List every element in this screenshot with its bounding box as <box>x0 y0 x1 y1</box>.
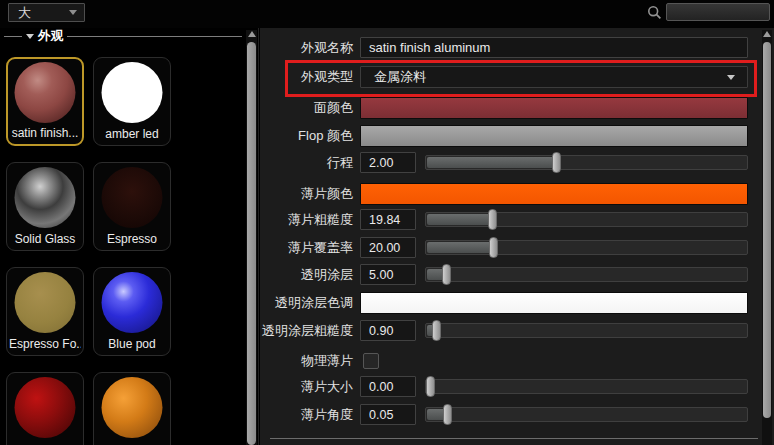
slider-track[interactable] <box>425 155 748 170</box>
property-row: 薄片角度 <box>260 404 760 425</box>
chevron-down-icon <box>69 10 77 15</box>
orange-metallic-sphere-icon <box>102 377 163 438</box>
value-input[interactable] <box>360 264 416 285</box>
material-tile-label: Solid Glass <box>9 232 81 246</box>
material-tile-label: Espresso Fo... <box>9 337 81 351</box>
slider-track[interactable] <box>425 240 748 255</box>
property-row: 薄片大小 <box>260 376 760 397</box>
slider-handle[interactable] <box>442 264 451 285</box>
appearance-name-label: 外观名称 <box>260 39 360 57</box>
material-tile-label: Blue pod <box>96 337 168 351</box>
satin-red-sphere-icon <box>15 62 76 123</box>
slider-track[interactable] <box>425 407 748 422</box>
property-label: 薄片颜色 <box>260 185 360 203</box>
property-row: 透明涂层粗糙度 <box>260 320 760 341</box>
value-input[interactable] <box>360 152 416 173</box>
blue-metallic-sphere-icon <box>102 272 163 333</box>
property-label: 行程 <box>260 154 360 172</box>
scroll-up-icon[interactable] <box>248 31 256 37</box>
appearance-type-value: 金属涂料 <box>374 68 727 86</box>
slider-track[interactable] <box>425 267 748 282</box>
slider-fill <box>427 157 560 168</box>
section-divider <box>270 438 758 439</box>
property-row: 薄片颜色 <box>260 183 760 204</box>
property-row: 面颜色 <box>260 97 760 118</box>
slider-handle[interactable] <box>432 320 441 341</box>
slider-handle[interactable] <box>552 152 561 173</box>
material-properties-panel: 外观名称 外观类型 金属涂料 面颜色Flop 颜色行程薄片颜色薄片粗糙度薄片覆盖… <box>260 28 774 445</box>
material-tile-label: amber led <box>96 127 168 141</box>
property-row: 薄片粗糙度 <box>260 209 760 230</box>
search-icon <box>647 5 662 20</box>
material-tile[interactable]: amber led <box>93 57 171 146</box>
material-thumbnail-grid: satin finish...amber ledSolid GlassEspre… <box>6 57 242 445</box>
material-library-panel: 外观 satin finish...amber ledSolid GlassEs… <box>0 28 259 445</box>
slider-track[interactable] <box>425 212 748 227</box>
appearance-name-row: 外观名称 <box>260 37 760 58</box>
slider-handle[interactable] <box>489 237 498 258</box>
material-tile[interactable]: Solid Glass <box>6 162 84 251</box>
slider-handle[interactable] <box>443 404 452 425</box>
material-tile[interactable]: Espresso <box>93 162 171 251</box>
slider-handle[interactable] <box>426 376 435 397</box>
property-label: 薄片大小 <box>260 378 360 396</box>
property-row: 薄片覆盖率 <box>260 237 760 258</box>
color-swatch[interactable] <box>360 125 748 147</box>
chevron-down-icon <box>727 75 735 80</box>
appearance-type-row: 外观类型 金属涂料 <box>260 66 760 88</box>
material-tile[interactable]: Espresso Fo... <box>6 267 84 356</box>
appearance-type-dropdown[interactable]: 金属涂料 <box>360 66 748 88</box>
color-swatch[interactable] <box>360 97 748 119</box>
color-swatch[interactable] <box>360 292 748 314</box>
scroll-up-icon[interactable] <box>763 31 771 37</box>
material-editor-window: { "toolbar": { "size_selector": { "value… <box>0 0 774 445</box>
appearance-name-input[interactable] <box>360 37 748 58</box>
material-tile[interactable] <box>6 372 84 445</box>
properties-scrollbar-thumb[interactable] <box>763 42 771 418</box>
slider-track[interactable] <box>425 379 748 394</box>
slider-fill <box>427 214 496 225</box>
library-scrollbar[interactable] <box>246 30 257 445</box>
material-tile[interactable]: Blue pod <box>93 267 171 356</box>
property-label: 透明涂层 <box>260 266 360 284</box>
thumbnail-size-value: 大 <box>18 6 69 19</box>
espresso-sphere-icon <box>102 167 163 228</box>
top-toolbar: 大 <box>0 0 774 28</box>
appearance-type-label: 外观类型 <box>260 68 360 86</box>
value-input[interactable] <box>360 320 416 341</box>
property-label: Flop 颜色 <box>260 127 360 145</box>
slider-handle[interactable] <box>488 209 497 230</box>
library-scrollbar-thumb[interactable] <box>247 42 256 445</box>
value-input[interactable] <box>360 376 416 397</box>
property-row: Flop 颜色 <box>260 125 760 146</box>
dark-red-metallic-sphere-icon <box>15 377 76 438</box>
property-label: 面颜色 <box>260 99 360 117</box>
material-tile-label: Espresso <box>96 232 168 246</box>
value-input[interactable] <box>360 404 416 425</box>
property-row: 透明涂层色调 <box>260 292 760 313</box>
value-input[interactable] <box>360 237 416 258</box>
property-label: 透明涂层色调 <box>260 294 360 312</box>
material-tile[interactable] <box>93 372 171 445</box>
property-label: 薄片角度 <box>260 406 360 424</box>
property-row: 透明涂层 <box>260 264 760 285</box>
material-tile-label: satin finish... <box>10 126 80 140</box>
property-label: 物理薄片 <box>260 352 360 370</box>
property-label: 薄片粗糙度 <box>260 211 360 229</box>
appearance-section-header[interactable]: 外观 <box>4 30 242 42</box>
material-tile[interactable]: satin finish... <box>6 57 84 146</box>
properties-scrollbar[interactable] <box>762 30 772 445</box>
value-input[interactable] <box>360 209 416 230</box>
white-led-sphere-icon <box>102 62 163 123</box>
color-swatch[interactable] <box>360 183 748 205</box>
physical-flakes-checkbox[interactable] <box>363 353 379 369</box>
property-label: 透明涂层粗糙度 <box>260 322 360 340</box>
property-row: 行程 <box>260 152 760 173</box>
appearance-section-title: 外观 <box>38 30 63 43</box>
collapse-caret-icon[interactable] <box>26 34 34 39</box>
gold-matte-sphere-icon <box>15 272 76 333</box>
slider-track[interactable] <box>425 323 748 338</box>
thumbnail-size-dropdown[interactable]: 大 <box>8 3 85 22</box>
search-input[interactable] <box>666 3 770 21</box>
solid-glass-sphere-icon <box>15 167 76 228</box>
